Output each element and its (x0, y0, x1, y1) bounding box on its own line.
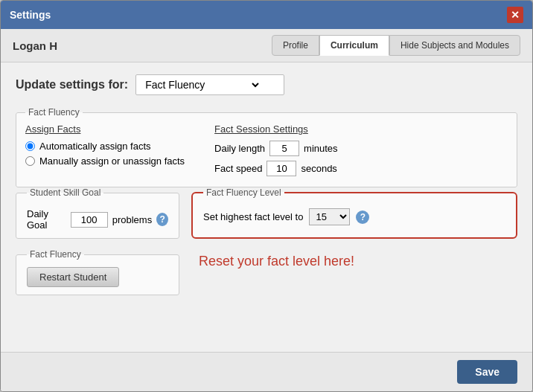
restart-legend: Fact Fluency (27, 249, 84, 260)
tab-curriculum[interactable]: Curriculum (319, 35, 389, 56)
bottom-section: Student Skill Goal Daily Goal problems ?… (16, 187, 517, 239)
radio-manual[interactable]: Manually assign or unassign facts (25, 155, 185, 167)
settings-dialog: Settings ✕ Logan H Profile Curriculum Hi… (0, 0, 533, 392)
assign-facts-col: Assign Facts Automatically assign facts … (25, 123, 185, 181)
fact-speed-unit: seconds (301, 163, 336, 174)
radio-auto[interactable]: Automatically assign facts (25, 141, 185, 152)
close-button[interactable]: ✕ (507, 7, 523, 23)
radio-auto-input[interactable] (25, 141, 35, 151)
dialog-title: Settings (10, 9, 51, 21)
daily-goal-input[interactable] (71, 212, 108, 228)
tab-hide-subjects[interactable]: Hide Subjects and Modules (389, 35, 520, 56)
assign-facts-title: Assign Facts (25, 123, 185, 135)
fact-fluency-inner: Assign Facts Automatically assign facts … (25, 123, 508, 181)
daily-length-input[interactable] (269, 141, 299, 156)
header-row: Logan H Profile Curriculum Hide Subjects… (1, 29, 532, 62)
fact-fluency-fieldset: Fact Fluency Assign Facts Automatically … (16, 107, 517, 187)
daily-goal-unit: problems (112, 214, 152, 225)
radio-manual-label: Manually assign or unassign facts (39, 155, 185, 167)
tabs: Profile Curriculum Hide Subjects and Mod… (272, 35, 520, 56)
tab-profile[interactable]: Profile (272, 35, 319, 56)
fact-level-inner: Set highest fact level to 15 1 2 3 4 5 6… (203, 208, 505, 225)
subject-select-wrap[interactable]: Fact Fluency (135, 74, 284, 95)
session-settings-col: Fact Session Settings Daily length minut… (214, 123, 337, 181)
user-name: Logan H (13, 39, 57, 52)
subject-select[interactable]: Fact Fluency (142, 78, 261, 91)
fact-level-fieldset: Fact Fluency Level Set highest fact leve… (191, 187, 517, 239)
radio-manual-input[interactable] (25, 156, 35, 166)
title-bar: Settings ✕ (1, 1, 532, 29)
restart-section: Fact Fluency Restart Student Reset your … (16, 249, 517, 295)
daily-goal-label: Daily Goal (27, 208, 66, 231)
fact-level-help-icon[interactable]: ? (356, 211, 369, 224)
fact-level-select[interactable]: 15 1 2 3 4 5 6 7 8 9 10 11 12 13 (309, 208, 350, 225)
fact-level-legend: Fact Fluency Level (203, 187, 284, 198)
fact-level-label: Set highest fact level to (203, 211, 303, 222)
save-button[interactable]: Save (457, 360, 517, 384)
radio-auto-label: Automatically assign facts (39, 141, 151, 152)
reset-text: Reset your fact level here! (199, 254, 354, 269)
main-content: Update settings for: Fact Fluency Fact F… (1, 62, 532, 352)
skill-goal-help-icon[interactable]: ? (156, 213, 168, 226)
restart-student-button[interactable]: Restart Student (27, 267, 119, 287)
fact-speed-label: Fact speed (214, 163, 262, 174)
daily-length-row: Daily length minutes (214, 141, 337, 156)
session-settings-title: Fact Session Settings (214, 123, 337, 135)
daily-goal-row: Daily Goal problems ? (27, 208, 168, 231)
restart-fieldset: Fact Fluency Restart Student (16, 249, 179, 295)
update-label: Update settings for: (16, 78, 128, 91)
daily-length-unit: minutes (304, 143, 338, 154)
daily-length-label: Daily length (214, 143, 265, 154)
update-settings-row: Update settings for: Fact Fluency (16, 74, 517, 95)
skill-goal-legend: Student Skill Goal (27, 187, 103, 198)
skill-goal-fieldset: Student Skill Goal Daily Goal problems ? (16, 187, 179, 239)
fact-fluency-legend: Fact Fluency (25, 107, 83, 118)
footer: Save (1, 352, 532, 391)
fact-speed-input[interactable] (266, 161, 296, 176)
fact-speed-row: Fact speed seconds (214, 161, 337, 176)
